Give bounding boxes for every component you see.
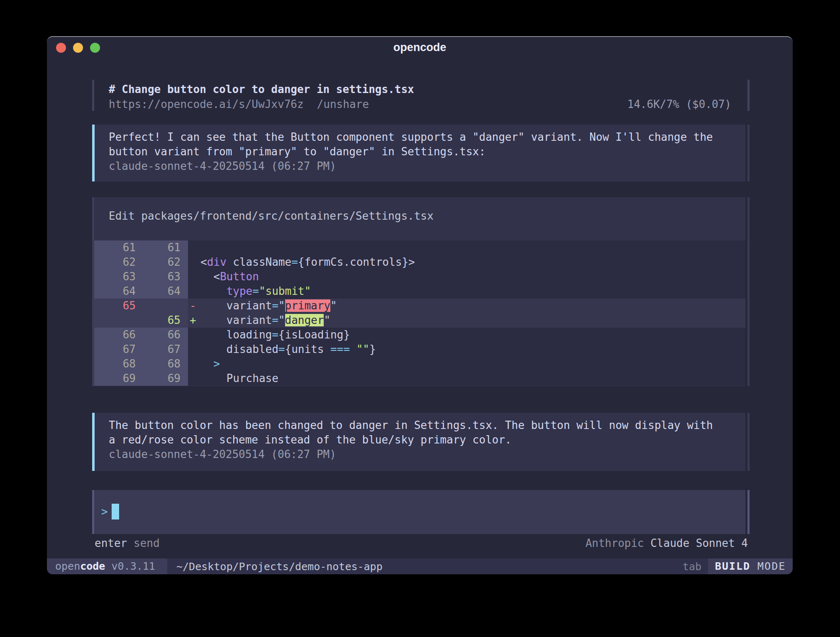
text-cursor [112, 504, 119, 519]
mode-name: BUILD [715, 560, 750, 572]
status-bar: opencode v0.3.11 ~/Desktop/Projects/demo… [47, 559, 793, 574]
message-right-border [747, 413, 750, 471]
edit-tool-card: Edit packages/frontend/src/containers/Se… [92, 197, 745, 386]
message-accent-bar [92, 413, 95, 471]
app-name-code: code [80, 560, 105, 572]
opencode-window: opencode # Change button color to danger… [47, 36, 793, 574]
working-directory: ~/Desktop/Projects/demo-notes-app [176, 561, 383, 573]
edit-left-border [92, 197, 94, 386]
diff-table: 61616262<div className={formCs.controls}… [92, 240, 745, 386]
app-version-segment: opencode v0.3.11 [47, 559, 167, 574]
message-text-line: Perfect! I can see that the Button compo… [109, 130, 745, 145]
diff-row: 6161 [92, 240, 745, 255]
model-provider: Anthropic [586, 537, 644, 549]
assistant-message: The button color has been changed to dan… [92, 413, 745, 471]
diff-row: 6666 loading={isLoading} [92, 328, 745, 342]
app-version: v0.3.11 [105, 560, 155, 572]
window-title: opencode [47, 41, 793, 54]
edit-right-border [747, 197, 750, 386]
tab-key-hint: tab [683, 561, 701, 573]
message-text-line: button variant from "primary" to "danger… [109, 145, 745, 159]
message-text-line: The button color has been changed to dan… [109, 418, 745, 433]
context-stats: 14.6K/7% ($0.07) [628, 97, 731, 112]
model-name: Claude Sonnet 4 [650, 537, 748, 549]
input-right-border [747, 490, 750, 534]
unshare-command: /unshare [317, 98, 369, 110]
prompt-input[interactable]: > [92, 490, 745, 534]
diff-row: 6363 <Button [92, 270, 745, 284]
diff-row: 65- variant="primary" [92, 299, 745, 313]
diff-row: 6464 type="submit" [92, 284, 745, 299]
hint-row: enter send Anthropic Claude Sonnet 4 [47, 537, 793, 550]
send-action-hint: send [134, 537, 160, 549]
message-model-meta: claude-sonnet-4-20250514 (06:27 PM) [109, 447, 745, 462]
diff-row: 6262<div className={formCs.controls}> [92, 255, 745, 270]
diff-row: 6767 disabled={units === ""} [92, 342, 745, 357]
message-text-line: a red/rose color scheme instead of the b… [109, 433, 745, 447]
share-url[interactable]: https://opencode.ai/s/UwJxv76z [109, 98, 304, 110]
session-left-border [92, 80, 94, 111]
diff-row: 65+ variant="danger" [92, 313, 745, 328]
edit-file-header: Edit packages/frontend/src/containers/Se… [92, 210, 745, 222]
title-bar: opencode [47, 37, 793, 58]
diff-row: 6868 > [92, 357, 745, 371]
diff-row: 6969 Purchase [92, 371, 745, 386]
mode-suffix: MODE [750, 560, 786, 572]
prompt-chevron: > [101, 505, 108, 518]
app-name-open: open [55, 560, 80, 572]
session-title: # Change button color to danger in setti… [109, 82, 745, 97]
input-left-border [92, 490, 94, 534]
mode-badge: BUILD MODE [708, 559, 793, 574]
session-right-border [747, 80, 750, 111]
enter-key-hint: enter [95, 537, 127, 549]
assistant-message: Perfect! I can see that the Button compo… [92, 125, 745, 181]
message-right-border [747, 125, 750, 181]
session-header: # Change button color to danger in setti… [92, 80, 745, 111]
message-accent-bar [92, 125, 95, 181]
message-model-meta: claude-sonnet-4-20250514 (06:27 PM) [109, 159, 745, 174]
